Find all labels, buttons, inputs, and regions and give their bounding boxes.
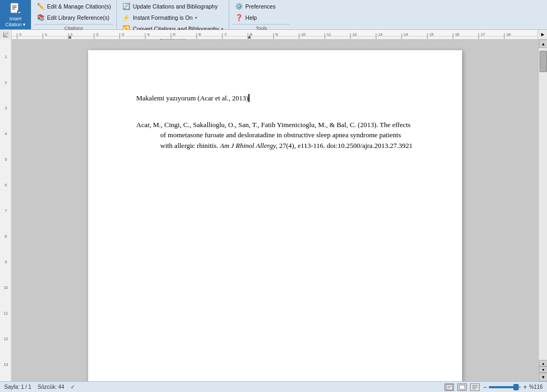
preferences-icon: ⚙️ [235,2,243,11]
scroll-page-up-button[interactable]: ▲ [539,360,547,366]
svg-text:4: 4 [5,132,7,136]
instant-formatting-label: Instant Formatting is On [133,14,193,21]
instant-icon: ⚡ [122,13,131,22]
svg-text:11: 11 [4,311,8,315]
svg-text:·17·: ·17· [480,33,486,36]
scrollbar-track[interactable] [539,48,547,360]
edit-manage-icon: ✏️ [36,2,45,11]
body-text: Makalemi yazıyorum (Acar et al., 2013) [136,93,414,104]
scrollbar-thumb[interactable] [540,51,547,72]
ribbon-groups: ✏️ Edit & Manage Citation(s) 📚 Edit Libr… [31,0,547,29]
svg-text:10: 10 [4,286,8,289]
bibliography-group: 🔄 Update Citations and Bibliography ⚡ In… [117,0,230,29]
edit-library-icon: 📚 [36,13,45,22]
help-label: Help [245,14,257,21]
zoom-level: %116 [529,384,543,390]
edit-manage-button[interactable]: ✏️ Edit & Manage Citation(s) [34,1,113,12]
body-text-content: Makalemi yazıyorum (Acar et al., 2013) [136,94,248,102]
zoom-bar [489,386,521,388]
svg-rect-0 [11,3,18,13]
svg-text:1: 1 [5,55,7,59]
zoom-thumb[interactable] [513,384,519,390]
main-area: 1 2 3 4 5 6 7 8 9 10 11 12 13 Makalemi y… [0,40,547,381]
word-count: Sözcük: 44 [38,384,64,390]
document-area: Makalemi yazıyorum (Acar et al., 2013) A… [12,40,538,381]
citations-buttons: ✏️ Edit & Manage Citation(s) 📚 Edit Libr… [34,1,113,24]
svg-text:·11·: ·11· [326,33,332,36]
web-view-button[interactable] [470,383,480,391]
zoom-minus-button[interactable]: − [483,383,487,391]
svg-text:·9·: ·9· [275,33,279,36]
status-right: − + %116 [444,383,543,391]
svg-text:·4·: ·4· [146,33,151,36]
svg-text:3: 3 [5,106,7,110]
tools-group: ⚙️ Preferences ❓ Help Tools [229,0,293,29]
svg-text:13: 13 [4,363,8,366]
svg-text:9: 9 [5,260,7,264]
svg-rect-74 [459,385,465,389]
help-button[interactable]: ❓ Help [232,12,290,23]
svg-text:·18·: ·18· [505,33,512,36]
instant-dropdown-arrow: ▾ [195,15,197,20]
status-bar: Sayfa: 1 / 1 Sözcük: 44 ✓ [0,381,547,392]
svg-text:·5·: ·5· [172,33,176,36]
svg-text:·3·: ·3· [121,33,125,36]
svg-text:·13·: ·13· [377,33,384,36]
ruler-scroll-button[interactable]: ▶ [537,30,547,39]
edit-library-label: Edit Library Reference(s) [47,14,110,21]
print-layout-button[interactable] [444,383,454,391]
preferences-label: Preferences [245,3,276,10]
svg-text:·1·: ·1· [44,33,48,36]
edit-manage-label: Edit & Manage Citation(s) [47,3,111,10]
reference-journal-italic: Am J Rhinol Allergy, [220,142,278,150]
svg-text:·16·: ·16· [454,33,460,36]
references-section: Acar, M., Cingi, C., Sakallioglu, O., Sa… [136,120,414,151]
svg-text:·7·: ·7· [223,33,228,36]
svg-text:7: 7 [5,209,7,213]
edit-library-button[interactable]: 📚 Edit Library Reference(s) [34,12,113,23]
scroll-page-down-button[interactable]: ▼ [539,366,547,373]
ruler-container: ·2· ·1· ·1· ·2· ·3· ·4· ·5· ·6· ·7· ·8· [0,30,547,40]
svg-text:·10·: ·10· [300,33,307,36]
full-screen-button[interactable] [457,383,467,391]
instant-formatting-button[interactable]: ⚡ Instant Formatting is On ▾ [120,12,226,23]
svg-text:5: 5 [5,158,7,161]
svg-text:·15·: ·15· [428,33,435,36]
document-page: Makalemi yazıyorum (Acar et al., 2013) A… [88,50,462,381]
svg-text:·12·: ·12· [351,33,358,36]
tools-buttons: ⚙️ Preferences ❓ Help [232,1,290,24]
page-info: Sayfa: 1 / 1 [4,384,32,390]
scroll-down-button[interactable]: ▼ [539,373,547,381]
svg-text:·6·: ·6· [198,33,202,36]
svg-text:+: + [18,10,21,15]
svg-text:·2·: ·2· [95,33,99,36]
update-citations-button[interactable]: 🔄 Update Citations and Bibliography [120,1,226,12]
reference-text-after-italic: 27(4), e113-116. doi:10.2500/ajra.2013.2… [277,142,412,150]
zoom-plus-button[interactable]: + [523,383,527,391]
reference-item: Acar, M., Cingi, C., Sakallioglu, O., Sa… [136,120,414,151]
update-icon: 🔄 [122,2,131,11]
ribbon: + InsertCitation ▾ ✏️ Edit & Manage Cita… [0,0,547,30]
zoom-slider[interactable]: − + %116 [483,383,543,391]
right-scrollbar: ▲ ▲ ▼ ▼ [538,40,547,381]
scrollbar-split-buttons: ▲ ▼ [539,360,547,373]
svg-text:·2·: ·2· [18,33,22,36]
vertical-ruler: 1 2 3 4 5 6 7 8 9 10 11 12 13 [0,40,12,381]
preferences-button[interactable]: ⚙️ Preferences [232,1,290,12]
insert-citation-button[interactable]: + InsertCitation ▾ [0,0,31,29]
svg-text:2: 2 [5,81,7,84]
svg-text:12: 12 [4,337,8,341]
text-cursor [248,94,249,102]
svg-text:·14·: ·14· [403,33,409,36]
svg-text:8: 8 [5,234,7,238]
ruler-main: ·2· ·1· ·1· ·2· ·3· ·4· ·5· ·6· ·7· ·8· [12,30,537,39]
insert-citation-label: InsertCitation ▾ [5,16,26,28]
scroll-up-button[interactable]: ▲ [539,40,547,48]
svg-text:6: 6 [5,183,7,187]
update-citations-label: Update Citations and Bibliography [133,3,218,10]
track-changes-icon: ✓ [71,384,75,390]
citations-group: ✏️ Edit & Manage Citation(s) 📚 Edit Libr… [31,0,117,29]
zoom-bar-fill [489,386,515,388]
help-icon: ❓ [235,13,243,22]
insert-citation-icon: + [9,2,22,15]
